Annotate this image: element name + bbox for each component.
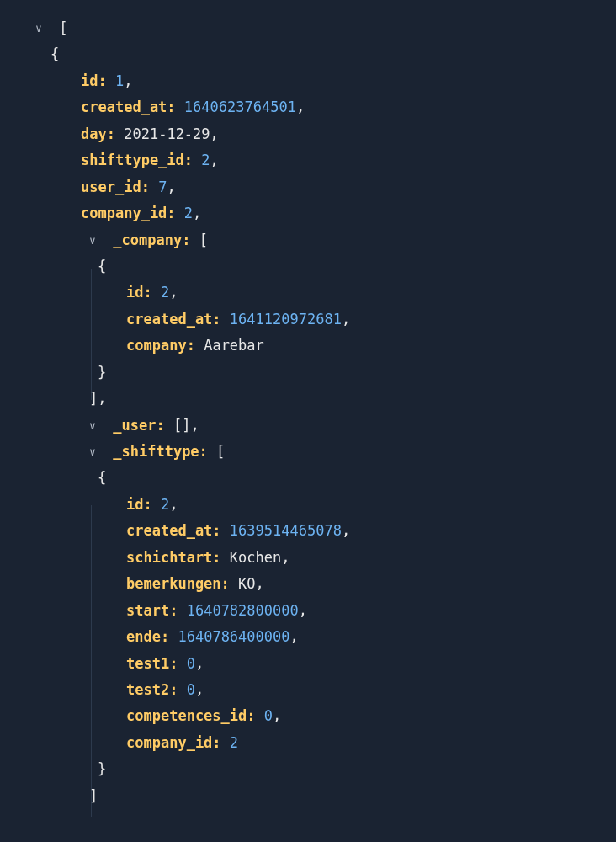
key: id <box>126 496 143 513</box>
colon: : <box>169 681 178 698</box>
colon: : <box>156 417 164 434</box>
value-string: KO <box>238 575 255 592</box>
value-number: 0 <box>264 707 273 724</box>
colon: : <box>143 496 151 513</box>
row-object-open: { <box>35 41 616 67</box>
comma: , <box>169 284 178 301</box>
colon: : <box>141 179 150 195</box>
value-number: 1640786400000 <box>178 628 289 645</box>
key: created_at <box>81 99 167 115</box>
value-number: 2 <box>201 152 210 168</box>
comma: , <box>195 681 204 698</box>
chevron-down-icon[interactable]: ∨ <box>35 19 47 39</box>
row-shifttype-brace-close: } <box>35 756 616 782</box>
colon: : <box>167 205 175 221</box>
key: schichtart <box>126 549 212 566</box>
comma: , <box>169 496 178 513</box>
key: created_at <box>126 522 212 539</box>
row-shifttype-created-at: created_at: 1639514465078, <box>35 518 616 544</box>
value-number: 0 <box>187 681 195 698</box>
comma: , <box>281 549 289 566</box>
colon: : <box>169 655 178 672</box>
key: competences_id <box>126 707 247 724</box>
row-created-at: created_at: 1640623764501, <box>35 94 616 120</box>
colon: : <box>107 125 115 142</box>
bracket-open: [ <box>199 232 208 248</box>
row-shifttype-company-id: company_id: 2 <box>35 730 616 756</box>
colon: : <box>182 232 190 248</box>
brace-close: } <box>98 760 106 777</box>
row-company-created-at: created_at: 1641120972681, <box>35 306 616 333</box>
chevron-down-icon[interactable]: ∨ <box>89 442 101 462</box>
brace-open: { <box>50 45 59 62</box>
colon: : <box>212 734 220 751</box>
key: company_id <box>81 205 167 221</box>
value-number: 7 <box>158 179 167 195</box>
colon: : <box>221 575 230 592</box>
comma: , <box>290 628 299 645</box>
value-number: 1640782800000 <box>187 602 299 619</box>
colon: : <box>199 443 208 460</box>
colon: : <box>247 707 255 724</box>
comma: , <box>342 522 350 539</box>
value-number: 1640623764501 <box>184 99 296 115</box>
row-user: ∨ _user: [], <box>35 413 616 439</box>
row-competences-id: competences_id: 0, <box>35 703 616 729</box>
colon: : <box>184 152 193 168</box>
colon: : <box>143 284 151 301</box>
key: _company <box>113 232 182 248</box>
comma: , <box>273 707 281 724</box>
colon: : <box>169 602 178 619</box>
brace-open: { <box>98 469 106 486</box>
row-day: day: 2021-12-29, <box>35 121 616 147</box>
value-number: 0 <box>187 655 195 672</box>
key: day <box>81 125 107 142</box>
colon: : <box>161 628 169 645</box>
comma: , <box>299 602 307 619</box>
colon: : <box>187 337 195 354</box>
key: start <box>126 602 169 619</box>
key: id <box>126 284 143 301</box>
row-start: start: 1640782800000, <box>35 598 616 624</box>
comma: , <box>195 655 204 672</box>
chevron-down-icon[interactable]: ∨ <box>89 416 101 436</box>
row-test2: test2: 0, <box>35 677 616 703</box>
bracket-close: ], <box>89 390 106 407</box>
key: user_id <box>81 179 141 195</box>
row-company-id: company_id: 2, <box>35 200 616 226</box>
value-string: Aarebar <box>204 337 264 354</box>
key: created_at <box>126 311 212 328</box>
value-number: 1 <box>115 72 124 89</box>
key: _user <box>113 417 156 434</box>
bracket-open: [ <box>216 443 225 460</box>
key: test2 <box>126 681 169 698</box>
row-user-id: user_id: 7, <box>35 174 616 200</box>
comma: , <box>193 205 201 221</box>
value-number: 2 <box>161 284 169 301</box>
colon: : <box>212 311 220 328</box>
chevron-down-icon[interactable]: ∨ <box>89 231 101 251</box>
colon: : <box>167 99 175 115</box>
json-tree-viewer: ∨ [ { id: 1, created_at: 1640623764501, … <box>0 0 616 824</box>
comma: , <box>124 72 132 89</box>
key: ende <box>126 628 161 645</box>
row-schichtart: schichtart: Kochen, <box>35 545 616 571</box>
key: company_id <box>126 734 212 751</box>
value-empty-array: [], <box>173 417 199 434</box>
row-company-name: company: Aarebar <box>35 333 616 359</box>
row-bemerkungen: bemerkungen: KO, <box>35 571 616 597</box>
value-number: 1641120972681 <box>230 311 342 328</box>
comma: , <box>342 311 350 328</box>
row-company-open: ∨ _company: [ <box>35 227 616 253</box>
row-shifttype-open: ∨ _shifttype: [ <box>35 439 616 465</box>
comma: , <box>256 575 264 592</box>
row-shifttype-id-inner: id: 2, <box>35 492 616 518</box>
row-company-close: ], <box>35 386 616 412</box>
row-shifttype-close: ] <box>35 783 616 809</box>
row-id: id: 1, <box>35 68 616 94</box>
key: bemerkungen <box>126 575 221 592</box>
value-number: 2 <box>161 496 169 513</box>
row-ende: ende: 1640786400000, <box>35 624 616 650</box>
key: company <box>126 337 187 354</box>
key: id <box>81 72 98 89</box>
